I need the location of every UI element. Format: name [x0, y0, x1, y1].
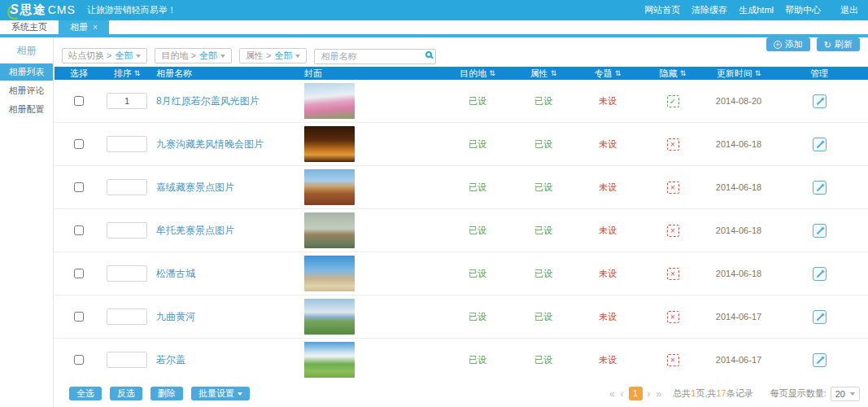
- table-row: 九寨沟藏羌风情晚会图片已设已设未设×2014-06-18: [55, 123, 868, 166]
- invert-select-button[interactable]: 反选: [110, 387, 142, 400]
- edit-pencil-icon[interactable]: [813, 181, 827, 195]
- row-select-checkbox[interactable]: [74, 355, 84, 365]
- column-header-label: 专题: [595, 68, 613, 80]
- select-all-button[interactable]: 全选: [69, 387, 102, 400]
- sort-order-input[interactable]: [107, 222, 147, 239]
- hidden-toggle-cross-icon[interactable]: ×: [667, 311, 679, 323]
- attribute-status: 已设: [510, 311, 577, 323]
- top-menu-item[interactable]: 退出: [840, 4, 858, 16]
- sort-order-input[interactable]: [107, 93, 147, 109]
- first-page-button[interactable]: «: [608, 388, 616, 400]
- album-name-link[interactable]: 九寨沟藏羌风情晚会图片: [156, 138, 264, 151]
- row-select-checkbox[interactable]: [74, 182, 84, 192]
- top-menu-item[interactable]: 清除缓存: [691, 4, 727, 16]
- name-cell: 牟托羌寨景点图片: [150, 224, 299, 238]
- add-button-label: 添加: [785, 38, 803, 50]
- tab-close-icon[interactable]: ×: [93, 23, 98, 32]
- album-name-link[interactable]: 8月红原若尔盖风光图片: [156, 94, 260, 108]
- sort-order-input[interactable]: [107, 265, 147, 282]
- sort-order-input[interactable]: [107, 352, 147, 368]
- filter-label: 目的地 >: [161, 50, 195, 62]
- search-icon[interactable]: [425, 51, 432, 58]
- updated-date: 2014-06-18: [707, 139, 770, 149]
- destination-status: 已设: [445, 354, 510, 366]
- sort-order-input[interactable]: [107, 309, 147, 325]
- sort-arrows-icon[interactable]: [134, 69, 141, 77]
- topic-status: 未设: [577, 95, 639, 107]
- last-page-button[interactable]: »: [656, 388, 663, 400]
- column-header-label: 封面: [304, 68, 322, 80]
- hidden-toggle-cross-icon[interactable]: ×: [667, 268, 679, 280]
- filter-dropdown-2[interactable]: 目的地 >全部: [155, 48, 231, 63]
- sidebar-item-2[interactable]: 相册评论: [0, 82, 53, 99]
- column-header-9: 更新时间: [707, 68, 770, 80]
- hidden-toggle-check-icon[interactable]: ✓: [667, 95, 679, 107]
- tab-item[interactable]: 系统主页: [0, 20, 59, 34]
- brand-tagline: 让旅游营销轻而易举！: [87, 4, 177, 16]
- edit-pencil-icon[interactable]: [813, 224, 827, 238]
- edit-pencil-icon[interactable]: [813, 94, 827, 108]
- edit-pencil-icon[interactable]: [813, 310, 827, 324]
- column-header-label: 排序: [114, 68, 132, 80]
- add-button[interactable]: 添加: [766, 37, 810, 51]
- table-header-row: 选择排序相册名称封面目的地属性专题隐藏更新时间管理: [55, 67, 868, 80]
- top-menu-item[interactable]: 帮助中心: [785, 4, 821, 16]
- top-menu-item[interactable]: 网站首页: [644, 4, 680, 16]
- manage-cell: [770, 181, 868, 195]
- album-name-link[interactable]: 九曲黄河: [156, 310, 195, 324]
- updated-date: 2014-06-18: [707, 225, 770, 235]
- pagination: « ‹ 1 › » 总共1页,共17条记录 每页显示数量: 20: [608, 387, 860, 401]
- select-cell: [55, 269, 103, 278]
- attribute-status: 已设: [510, 138, 577, 151]
- edit-pencil-icon[interactable]: [813, 267, 827, 281]
- album-name-link[interactable]: 嘉绒藏寨景点图片: [156, 181, 234, 195]
- row-select-checkbox[interactable]: [74, 225, 84, 235]
- main-content: 添加 刷新 站点切换 >全部目的地 >全部属性 >全部 选择排序相册名称封面目的…: [55, 37, 868, 407]
- next-page-button[interactable]: ›: [647, 388, 652, 400]
- page-size-select[interactable]: 20: [831, 387, 860, 401]
- filter-dropdown-1[interactable]: 站点切换 >全部: [62, 48, 147, 63]
- sort-arrows-icon[interactable]: [615, 69, 622, 77]
- row-select-checkbox[interactable]: [74, 139, 84, 149]
- album-name-link[interactable]: 牟托羌寨景点图片: [156, 224, 234, 238]
- album-name-link[interactable]: 若尔盖: [156, 353, 185, 367]
- page-size-label: 每页显示数量:: [770, 387, 827, 400]
- sort-arrows-icon[interactable]: [489, 69, 495, 77]
- attribute-status: 已设: [510, 95, 577, 107]
- destination-status: 已设: [445, 311, 510, 323]
- refresh-button[interactable]: 刷新: [817, 37, 860, 51]
- sort-arrows-icon[interactable]: [680, 69, 687, 77]
- select-cell: [55, 182, 103, 192]
- destination-status: 已设: [445, 138, 510, 151]
- column-header-6: 属性: [510, 68, 577, 80]
- sort-arrows-icon[interactable]: [755, 69, 761, 77]
- name-cell: 九寨沟藏羌风情晚会图片: [150, 138, 299, 151]
- prev-page-button[interactable]: ‹: [620, 388, 625, 400]
- edit-pencil-icon[interactable]: [813, 353, 827, 367]
- top-menu-item[interactable]: 生成html: [739, 4, 774, 16]
- search-input[interactable]: [314, 49, 436, 64]
- sort-order-input[interactable]: [107, 136, 147, 152]
- album-name-link[interactable]: 松潘古城: [156, 267, 195, 281]
- tab-active[interactable]: 相册×: [59, 20, 109, 34]
- row-select-checkbox[interactable]: [74, 269, 84, 278]
- hidden-toggle-cross-icon[interactable]: ×: [667, 225, 679, 237]
- sort-arrows-icon[interactable]: [551, 69, 557, 77]
- column-header-label: 隐藏: [660, 68, 678, 80]
- batch-settings-button[interactable]: 批量设置: [191, 387, 250, 400]
- hidden-toggle-cross-icon[interactable]: ×: [667, 182, 679, 194]
- edit-pencil-icon[interactable]: [813, 138, 827, 151]
- current-page-button[interactable]: 1: [629, 387, 643, 400]
- sidebar-item-3[interactable]: 相册配置: [0, 101, 53, 118]
- row-select-checkbox[interactable]: [74, 96, 84, 106]
- hidden-toggle-cross-icon[interactable]: ×: [667, 138, 679, 151]
- delete-button[interactable]: 删除: [150, 387, 183, 400]
- cover-cell: [299, 256, 445, 291]
- attribute-status: 已设: [510, 268, 577, 280]
- sort-order-input[interactable]: [107, 179, 147, 195]
- row-select-checkbox[interactable]: [74, 312, 84, 322]
- hidden-toggle-cross-icon[interactable]: ×: [667, 354, 679, 366]
- filter-dropdown-3[interactable]: 属性 >全部: [239, 48, 307, 63]
- search-box: [314, 48, 436, 64]
- sidebar-item-1[interactable]: 相册列表: [0, 63, 53, 81]
